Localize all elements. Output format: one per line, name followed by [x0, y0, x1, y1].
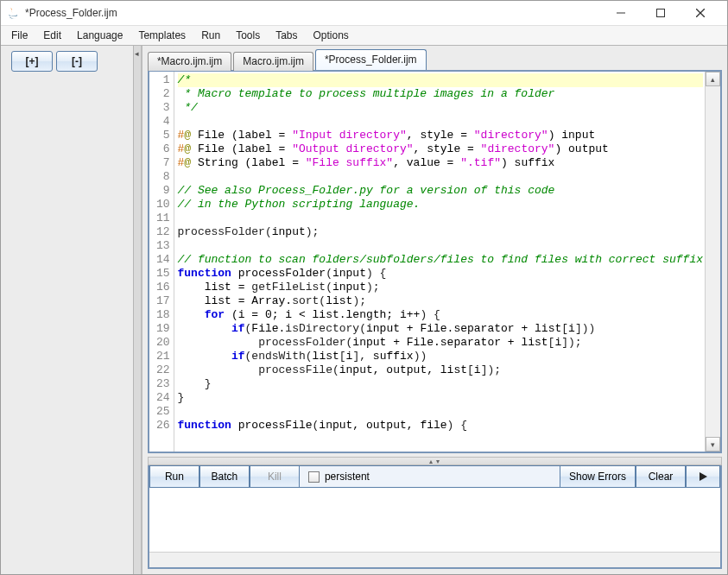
svg-rect-1 — [657, 9, 665, 17]
kill-button[interactable]: Kill — [250, 465, 300, 488]
line-gutter: 1234567891011121314151617181920212223242… — [149, 72, 174, 452]
code-line[interactable]: processFile(input, output, list[i]); — [178, 363, 704, 377]
svg-marker-4 — [700, 472, 707, 481]
code-line[interactable] — [178, 170, 704, 184]
code-line[interactable]: /* — [178, 73, 704, 87]
horizontal-splitter[interactable]: ▴ ▾ — [148, 457, 722, 465]
splitter-grip-icon: ▴ ▾ — [429, 458, 440, 465]
menu-tabs[interactable]: Tabs — [269, 28, 304, 43]
run-toolbar: Run Batch Kill persistent Show Errors Cl… — [148, 465, 722, 488]
code-line[interactable]: #@ String (label = "File suffix", value … — [178, 156, 704, 170]
code-line[interactable]: list = Array.sort(list); — [178, 294, 704, 308]
tab-macro-1[interactable]: *Macro.ijm.ijm — [148, 52, 231, 71]
run-button[interactable]: Run — [149, 465, 199, 488]
code-line[interactable] — [178, 405, 704, 419]
code-line[interactable]: */ — [178, 101, 704, 115]
code-line[interactable]: // in the Python scripting language. — [178, 198, 704, 212]
vertical-scrollbar[interactable]: ▴ ▾ — [705, 72, 720, 452]
editor-frame: 1234567891011121314151617181920212223242… — [148, 70, 722, 453]
batch-button[interactable]: Batch — [199, 465, 250, 488]
clear-button[interactable]: Clear — [636, 465, 686, 488]
maximize-button[interactable] — [641, 1, 681, 25]
menu-language[interactable]: Language — [70, 28, 130, 43]
side-panel: [+] [-] ◂ — [1, 46, 142, 574]
main-area: [+] [-] ◂ *Macro.ijm.ijm Macro.ijm.ijm *… — [1, 46, 727, 574]
code-line[interactable]: function processFolder(input) { — [178, 267, 704, 281]
menu-run[interactable]: Run — [194, 28, 227, 43]
window-controls — [601, 1, 720, 25]
minimize-button[interactable] — [601, 1, 641, 25]
code-line[interactable] — [178, 212, 704, 225]
play-icon — [698, 471, 708, 482]
window: *Process_Folder.ijm File Edit Language T… — [0, 0, 728, 575]
code-line[interactable]: // See also Process_Folder.py for a vers… — [178, 184, 704, 198]
persistent-checkbox[interactable] — [308, 471, 320, 483]
menu-options[interactable]: Options — [307, 28, 356, 43]
code-line[interactable]: processFolder(input); — [178, 225, 704, 239]
code-line[interactable]: if(endsWith(list[i], suffix)) — [178, 350, 704, 363]
editor-panel: *Macro.ijm.ijm Macro.ijm.ijm *Process_Fo… — [142, 46, 727, 574]
remove-pane-button[interactable]: [-] — [56, 51, 98, 72]
menubar: File Edit Language Templates Run Tools T… — [1, 26, 727, 46]
tab-macro-2[interactable]: Macro.ijm.ijm — [233, 52, 313, 71]
java-app-icon — [6, 6, 20, 20]
code-line[interactable]: #@ File (label = "Output directory", sty… — [178, 142, 704, 156]
console-output[interactable] — [148, 488, 722, 569]
code-area[interactable]: /* * Macro template to process multiple … — [174, 72, 706, 452]
window-title: *Process_Folder.ijm — [25, 7, 601, 19]
code-line[interactable]: processFolder(input + File.separator + l… — [178, 336, 704, 350]
code-line[interactable]: function processFile(input, output, file… — [178, 419, 704, 433]
scroll-down-icon[interactable]: ▾ — [706, 437, 720, 452]
code-line[interactable]: } — [178, 377, 704, 391]
code-line[interactable]: * Macro template to process multiple ima… — [178, 87, 704, 101]
menu-templates[interactable]: Templates — [131, 28, 193, 43]
collapse-sidepanel-handle[interactable]: ◂ — [133, 46, 141, 574]
menu-edit[interactable]: Edit — [36, 28, 68, 43]
code-line[interactable] — [178, 239, 704, 253]
show-errors-button[interactable]: Show Errors — [560, 465, 636, 488]
code-line[interactable]: #@ File (label = "Input directory", styl… — [178, 129, 704, 142]
add-pane-button[interactable]: [+] — [11, 51, 53, 72]
menu-file[interactable]: File — [4, 28, 35, 43]
code-line[interactable]: if(File.isDirectory(input + File.separat… — [178, 322, 704, 336]
menu-tools[interactable]: Tools — [229, 28, 267, 43]
persistent-checkbox-wrap[interactable]: persistent — [300, 465, 560, 488]
persistent-label: persistent — [325, 471, 370, 483]
code-line[interactable]: // function to scan folders/subfolders/f… — [178, 253, 704, 267]
tab-process-folder[interactable]: *Process_Folder.ijm — [315, 49, 427, 70]
play-button[interactable] — [686, 465, 720, 488]
code-line[interactable] — [178, 115, 704, 129]
horizontal-scrollbar[interactable] — [149, 552, 720, 567]
tab-strip: *Macro.ijm.ijm Macro.ijm.ijm *Process_Fo… — [142, 46, 727, 70]
titlebar: *Process_Folder.ijm — [1, 1, 727, 26]
close-button[interactable] — [681, 1, 720, 25]
code-line[interactable]: for (i = 0; i < list.length; i++) { — [178, 308, 704, 322]
code-line[interactable]: } — [178, 391, 704, 405]
code-editor[interactable]: 1234567891011121314151617181920212223242… — [149, 72, 720, 452]
scroll-up-icon[interactable]: ▴ — [706, 72, 720, 86]
code-line[interactable]: list = getFileList(input); — [178, 281, 704, 294]
